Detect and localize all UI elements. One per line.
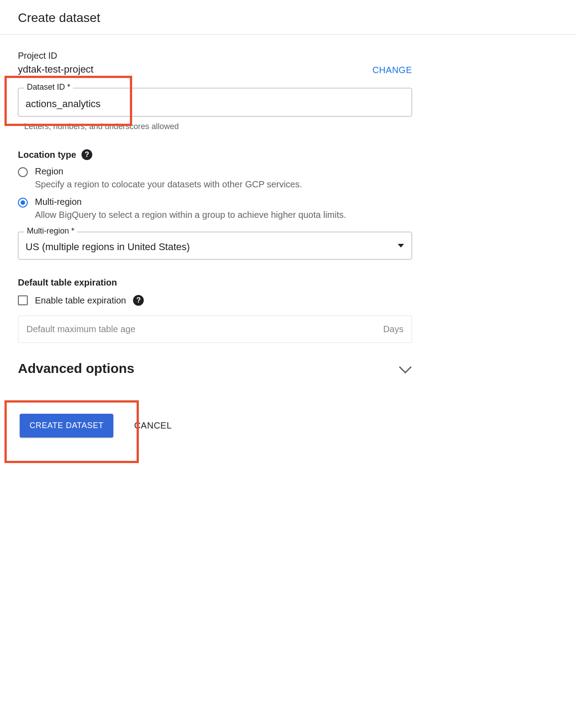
radio-multiregion-desc: Allow BigQuery to select a region within… — [35, 209, 346, 221]
cancel-button[interactable]: CANCEL — [131, 420, 174, 431]
multiregion-select[interactable]: Multi-region * US (multiple regions in U… — [18, 232, 412, 260]
multiregion-value: US (multiple regions in United States) — [26, 241, 190, 253]
project-id-label: Project ID — [18, 51, 94, 61]
create-dataset-button[interactable]: CREATE DATASET — [20, 414, 113, 438]
checkbox-icon[interactable] — [18, 295, 28, 305]
project-row: Project ID ydtak-test-project CHANGE — [18, 51, 412, 75]
help-icon[interactable]: ? — [82, 149, 92, 160]
enable-expiration-label: Enable table expiration — [35, 295, 126, 306]
dataset-id-field[interactable]: Dataset ID * actions_analytics — [18, 88, 412, 117]
radio-region-desc: Specify a region to colocate your datase… — [35, 178, 302, 191]
advanced-options-title: Advanced options — [18, 361, 134, 376]
radio-region-button[interactable] — [18, 167, 28, 177]
max-table-age-placeholder: Default maximum table age — [26, 324, 135, 334]
action-row: CREATE DATASET CANCEL — [18, 403, 412, 450]
advanced-options-toggle[interactable]: Advanced options — [18, 361, 412, 376]
page-title: Create dataset — [0, 0, 576, 35]
chevron-down-icon — [398, 244, 404, 247]
max-table-age-unit: Days — [383, 324, 404, 334]
expiration-title: Default table expiration — [18, 277, 117, 288]
enable-expiration-checkbox[interactable]: Enable table expiration ? — [18, 295, 412, 306]
location-type-title: Location type — [18, 150, 76, 160]
dataset-id-input[interactable]: actions_analytics — [26, 98, 101, 110]
chevron-down-icon — [399, 361, 412, 373]
change-project-button[interactable]: CHANGE — [372, 65, 412, 75]
dataset-id-label: Dataset ID * — [24, 82, 73, 92]
dataset-id-helper: Letters, numbers, and underscores allowe… — [24, 122, 412, 131]
radio-multiregion-label: Multi-region — [35, 197, 346, 207]
radio-multiregion[interactable]: Multi-region Allow BigQuery to select a … — [18, 197, 412, 221]
max-table-age-input[interactable]: Default maximum table age Days — [18, 316, 412, 343]
radio-multiregion-button[interactable] — [18, 198, 28, 208]
radio-region[interactable]: Region Specify a region to colocate your… — [18, 166, 412, 191]
help-icon[interactable]: ? — [133, 295, 144, 306]
project-id-value: ydtak-test-project — [18, 64, 94, 75]
multiregion-label: Multi-region * — [24, 226, 77, 236]
radio-region-label: Region — [35, 166, 302, 177]
